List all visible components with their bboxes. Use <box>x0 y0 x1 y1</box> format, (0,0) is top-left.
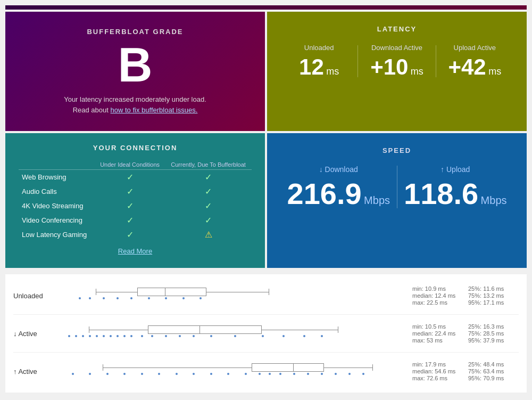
check-icon: ✓ <box>205 173 212 182</box>
row-label-4k: 4K Video Streaming <box>19 199 95 213</box>
bp-right-whisker <box>269 289 269 295</box>
bp-dot <box>182 297 185 299</box>
boxplot-row-download: ↓ Active <box>13 315 519 353</box>
bp-left-whisker <box>89 326 89 333</box>
stat-p95: 95%: 70.9 ms <box>468 375 519 381</box>
stat-max: max: 22.5 ms <box>412 299 463 306</box>
table-row: Low Latency Gaming ✓ ⚠ <box>19 227 252 242</box>
speed-upload-value: 118.6 <box>404 177 478 210</box>
stat-p95: 95%: 37.9 ms <box>468 337 519 344</box>
latency-unloaded-label: Unloaded <box>280 44 358 52</box>
bp-whisker-line <box>103 368 372 368</box>
bp-dot <box>165 297 167 299</box>
bp-dot <box>210 373 212 375</box>
bp-dot <box>89 335 91 337</box>
bp-dot <box>293 373 295 375</box>
stat-p75: 75%: 63.4 ms <box>468 368 519 374</box>
boxplot-row-upload: ↑ Active <box>13 353 519 390</box>
bp-dot <box>193 335 195 337</box>
bp-dot <box>117 335 119 337</box>
row-ideal-audio: ✓ <box>95 184 165 199</box>
speed-upload-label: ↑ Upload <box>397 165 514 174</box>
description-line2: Read about <box>73 106 109 114</box>
bp-dot <box>68 335 70 337</box>
bp-dot <box>335 373 337 375</box>
speed-download-unit: Mbps <box>364 194 390 206</box>
connection-th-ideal: Under Ideal Conditions <box>95 160 165 170</box>
speed-columns: ↓ Download 216.9 Mbps ↑ Upload 118.6 Mbp… <box>280 165 513 209</box>
bp-dot <box>75 335 77 337</box>
speed-panel: SPEED ↓ Download 216.9 Mbps ↑ Upload 118… <box>267 133 527 268</box>
bp-dot <box>148 297 150 299</box>
bp-dot <box>103 335 105 337</box>
bp-dot <box>176 373 178 375</box>
bp-dot <box>79 297 81 299</box>
bp-right-whisker <box>338 326 338 333</box>
check-icon: ✓ <box>127 173 134 182</box>
stats-section: Unloaded <box>5 274 527 393</box>
bp-dot <box>321 373 323 375</box>
row-ideal-gaming: ✓ <box>95 227 165 242</box>
boxplot-area-upload <box>61 358 407 385</box>
bp-dot <box>348 373 351 375</box>
boxplot-area-download <box>61 320 407 347</box>
check-icon: ✓ <box>205 216 212 225</box>
bp-dot <box>307 373 309 375</box>
stat-p25: 25%: 48.4 ms <box>468 361 519 368</box>
row-ideal-web: ✓ <box>95 170 165 185</box>
bp-container <box>61 282 407 309</box>
stat-min: min: 17.9 ms <box>412 361 463 368</box>
check-icon: ✓ <box>205 187 212 196</box>
bp-dot <box>141 373 143 375</box>
row-ideal-conference: ✓ <box>95 213 165 227</box>
bottom-grid: YOUR CONNECTION Under Ideal Conditions C… <box>5 133 527 268</box>
check-icon: ✓ <box>205 201 212 210</box>
speed-upload-value-row: 118.6 Mbps <box>397 179 514 209</box>
latency-upload-label: Upload Active <box>436 44 513 52</box>
bp-dot <box>158 373 160 375</box>
stat-max: max: 72.6 ms <box>412 375 463 381</box>
bp-dot <box>303 335 305 337</box>
top-grid: BUFFERBLOAT GRADE B Your latency increas… <box>5 12 527 131</box>
row-current-conference: ✓ <box>165 213 252 227</box>
row-current-web: ✓ <box>165 170 252 185</box>
read-more-cell: Read More <box>19 242 252 257</box>
stat-max: max: 53 ms <box>412 337 463 344</box>
speed-download: ↓ Download 216.9 Mbps <box>280 165 397 209</box>
row-current-gaming: ⚠ <box>165 227 252 242</box>
connection-table: Under Ideal Conditions Currently, Due To… <box>19 160 252 257</box>
bp-right-whisker <box>372 364 373 371</box>
bufferbloat-link[interactable]: how to fix bufferbloat issues. <box>111 106 198 114</box>
latency-download-value: +10 ms <box>358 56 435 78</box>
check-icon: ✓ <box>127 230 134 239</box>
connection-title: YOUR CONNECTION <box>19 144 252 152</box>
read-more-link[interactable]: Read More <box>118 247 152 255</box>
stat-p75: 75%: 28.5 ms <box>468 330 519 337</box>
latency-download-active: Download Active +10 ms <box>358 44 435 78</box>
bp-dot <box>123 335 126 337</box>
bp-dot <box>89 297 91 299</box>
bp-dot <box>106 373 109 375</box>
stat-p25: 25%: 11.6 ms <box>468 285 519 292</box>
bp-dot <box>72 373 74 375</box>
check-icon: ✓ <box>127 201 134 210</box>
latency-unloaded-value: 12 ms <box>280 56 358 78</box>
connection-th-empty <box>19 160 95 170</box>
bp-median <box>200 325 200 334</box>
read-more-row: Read More <box>19 242 252 257</box>
bp-dot <box>89 373 91 375</box>
boxplot-label-download: ↓ Active <box>13 330 56 338</box>
bp-dot <box>130 297 132 299</box>
row-current-audio: ✓ <box>165 184 252 199</box>
speed-download-value-row: 216.9 Mbps <box>280 179 397 209</box>
latency-upload-value: +42 ms <box>436 56 513 78</box>
bp-dot <box>245 373 247 375</box>
row-current-4k: ✓ <box>165 199 252 213</box>
bp-box <box>137 288 206 296</box>
bufferbloat-panel: BUFFERBLOAT GRADE B Your latency increas… <box>5 12 265 131</box>
bp-dot <box>262 335 264 337</box>
bufferbloat-description: Your latency increased moderately under … <box>19 94 252 115</box>
speed-title: SPEED <box>280 146 513 154</box>
stat-p95: 95%: 17.1 ms <box>468 299 519 306</box>
bp-dot <box>234 335 236 337</box>
